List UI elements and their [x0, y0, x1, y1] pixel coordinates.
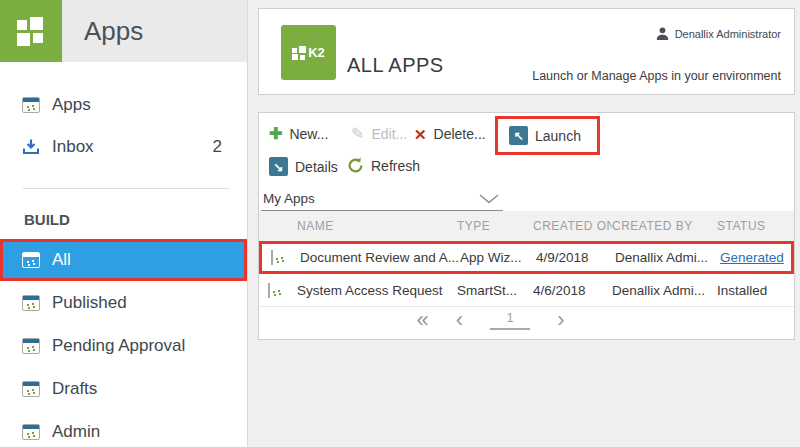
sidebar-item-pending-approval[interactable]: Pending Approval	[0, 324, 247, 367]
page-number-input[interactable]: 1	[490, 311, 530, 330]
sidebar-item-apps[interactable]: Apps	[0, 84, 247, 126]
column-header-created-by[interactable]: CREATED BY	[612, 219, 717, 233]
refresh-button[interactable]: Refresh	[347, 157, 420, 174]
edit-button[interactable]: ✎ Edit...	[351, 126, 407, 142]
sidebar-item-label: Admin	[52, 422, 100, 442]
refresh-icon	[347, 157, 364, 174]
apps-table: NAME TYPE CREATED ON CREATED BY STATUS D…	[259, 211, 794, 307]
build-section-label: BUILD	[24, 211, 247, 231]
column-header-type[interactable]: TYPE	[457, 219, 533, 233]
page-title: ALL APPS	[347, 54, 444, 77]
chevron-down-icon	[479, 194, 499, 204]
app-window-icon	[22, 381, 40, 397]
sidebar-item-all annotation-box-all[interactable]: All	[0, 239, 247, 281]
edit-button-label: Edit...	[371, 126, 407, 142]
sidebar-item-label: Drafts	[52, 379, 97, 399]
table-header-row: NAME TYPE CREATED ON CREATED BY STATUS	[259, 211, 794, 241]
new-button[interactable]: ✚ New...	[269, 126, 328, 142]
cell-created-on: 4/6/2018	[533, 283, 612, 298]
column-header-created-on[interactable]: CREATED ON	[533, 219, 612, 233]
toolbar-row-1: ✚ New... ✎ Edit... ✕ Delete... ↖ Launch	[269, 119, 789, 159]
next-page-button[interactable]: ›	[557, 309, 564, 331]
delete-x-icon: ✕	[414, 127, 427, 142]
cell-name: Document Review and A...	[300, 250, 460, 265]
app-window-icon	[22, 338, 40, 354]
row-icon-cell	[259, 283, 297, 298]
app-window-icon	[271, 250, 273, 265]
sidebar-item-published[interactable]: Published	[0, 281, 247, 324]
person-icon	[656, 27, 669, 40]
page-header-card: K2 ALL APPS Denallix Administrator Launc…	[258, 8, 795, 95]
toolbar-row-2: ↘ Details Refresh	[269, 157, 789, 183]
pencil-icon: ✎	[351, 126, 364, 142]
apps-list-card: ✚ New... ✎ Edit... ✕ Delete... ↖ Launch …	[258, 112, 795, 340]
k2-logo: K2	[281, 25, 336, 80]
column-header-status[interactable]: STATUS	[717, 219, 794, 233]
delete-button[interactable]: ✕ Delete...	[414, 126, 486, 142]
sidebar-item-label: All	[52, 250, 71, 270]
app-window-icon	[22, 424, 40, 440]
user-name: Denallix Administrator	[675, 28, 781, 40]
plus-icon: ✚	[269, 126, 282, 142]
apps-filter-dropdown[interactable]: My Apps	[261, 187, 503, 211]
header-subtitle: Launch or Manage Apps in your environmen…	[532, 69, 781, 83]
pagination: « ‹ 1 ›	[259, 309, 794, 331]
app-window-icon	[268, 283, 270, 298]
cell-created-by: Denallix Admi...	[615, 250, 720, 265]
app-window-icon	[22, 97, 40, 113]
sidebar-item-admin[interactable]: Admin	[0, 410, 247, 447]
refresh-button-label: Refresh	[371, 158, 420, 174]
sidebar-item-inbox[interactable]: Inbox 2	[0, 126, 247, 168]
table-row[interactable]: System Access Request SmartSt... 4/6/201…	[259, 274, 794, 307]
prev-page-button[interactable]: ‹	[456, 309, 463, 331]
filter-selected-value: My Apps	[263, 191, 315, 206]
inbox-count-badge: 2	[213, 137, 222, 157]
delete-button-label: Delete...	[434, 126, 486, 142]
column-header-name[interactable]: NAME	[297, 219, 457, 233]
details-button-label: Details	[295, 159, 338, 175]
inbox-download-icon	[22, 138, 40, 156]
cell-type: App Wiz...	[460, 250, 536, 265]
cell-created-by: Denallix Admi...	[612, 283, 717, 298]
first-page-button[interactable]: «	[417, 309, 429, 331]
sidebar: Apps Apps Inbox 2 BUILD All Published Pe	[0, 0, 248, 447]
sidebar-item-label: Inbox	[52, 137, 94, 157]
sidebar-header: Apps	[0, 0, 247, 62]
new-button-label: New...	[289, 126, 328, 142]
cell-name: System Access Request	[297, 283, 457, 298]
sidebar-title: Apps	[62, 16, 143, 47]
table-row annotation-box-row[interactable]: Document Review and A... App Wiz... 4/9/…	[259, 241, 794, 274]
launch-button-label: Launch	[535, 128, 581, 144]
k2-squares-logo-icon	[0, 0, 62, 62]
app-window-icon	[22, 252, 40, 268]
sidebar-divider	[23, 188, 229, 189]
annotation-box-launch: ↖ Launch	[495, 116, 600, 155]
details-arrow-icon: ↘	[269, 157, 288, 176]
sidebar-item-label: Apps	[52, 95, 91, 115]
launch-arrow-icon: ↖	[509, 126, 528, 145]
cell-status: Installed	[717, 283, 794, 298]
status-link-generated[interactable]: Generated	[720, 250, 784, 265]
row-icon-cell	[262, 250, 300, 265]
launch-button[interactable]: ↖ Launch	[509, 126, 581, 145]
details-button[interactable]: ↘ Details	[269, 157, 338, 176]
sidebar-item-drafts[interactable]: Drafts	[0, 367, 247, 410]
app-window-icon	[22, 295, 40, 311]
sidebar-item-label: Published	[52, 293, 127, 313]
cell-type: SmartSt...	[457, 283, 533, 298]
user-menu[interactable]: Denallix Administrator	[656, 27, 781, 40]
sidebar-item-label: Pending Approval	[52, 336, 185, 356]
sidebar-nav: Apps Inbox 2 BUILD All Published Pending…	[0, 62, 247, 447]
cell-created-on: 4/9/2018	[536, 250, 615, 265]
k2-logo-text: K2	[308, 45, 325, 60]
